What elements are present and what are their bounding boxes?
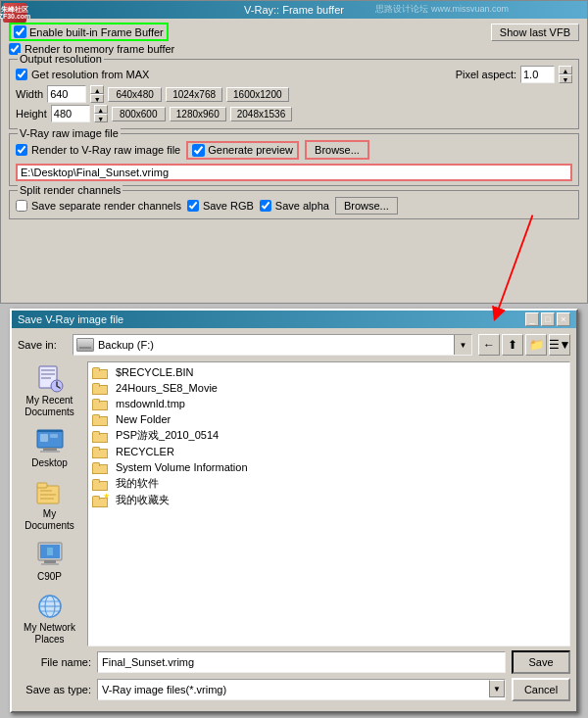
save-in-row: Save in: Backup (F:) ▼ ← ⬆ 📁 ☰▼: [18, 334, 570, 356]
dialog-title: Save V-Ray image file: [18, 313, 123, 325]
nav-computer[interactable]: C90P: [18, 538, 81, 585]
enable-fb-checkbox[interactable]: [14, 25, 26, 38]
raw-browse-button[interactable]: Browse...: [305, 140, 369, 160]
filetype-combo[interactable]: V-Ray image files(*.vrimg) ▼: [97, 679, 506, 700]
save-dialog: Save V-Ray image file _ □ × Save in: Bac…: [10, 309, 578, 713]
list-item[interactable]: ★我的收藏夹: [90, 492, 567, 508]
save-alpha-checkbox[interactable]: [260, 200, 271, 212]
save-in-arrow[interactable]: ▼: [454, 335, 471, 355]
height-spin-up[interactable]: ▲: [94, 105, 108, 114]
save-rgb-checkbox[interactable]: [187, 200, 199, 212]
title-buttons: _ □ ×: [525, 312, 570, 326]
pixel-aspect-input[interactable]: 1.0: [520, 66, 555, 83]
close-button[interactable]: ×: [557, 312, 570, 326]
nav-recent[interactable]: My RecentDocuments: [18, 361, 81, 420]
save-button[interactable]: Save: [512, 650, 570, 674]
list-item[interactable]: RECYCLER: [90, 444, 567, 459]
computer-icon: [34, 540, 66, 571]
list-item[interactable]: PSP游戏_2010_0514: [90, 427, 567, 444]
res-640x480-button[interactable]: 640x480: [108, 87, 162, 102]
res-1600x1200-button[interactable]: 1600x1200: [226, 87, 289, 102]
filetype-label: Save as type:: [18, 684, 91, 695]
file-name: 我的软件: [116, 476, 159, 491]
res-800x600-button[interactable]: 800x600: [112, 107, 166, 121]
save-separate-row: Save separate render channels: [16, 200, 181, 212]
new-folder-icon[interactable]: 📁: [525, 334, 547, 356]
list-item[interactable]: 24Hours_SE8_Movie: [90, 380, 567, 396]
nav-desktop[interactable]: Desktop: [18, 424, 81, 471]
nav-desktop-label: Desktop: [31, 457, 68, 469]
minimize-button[interactable]: _: [525, 312, 539, 326]
logo-area: 朱峰社区ZF30.com: [3, 3, 26, 23]
spin-up[interactable]: ▲: [559, 66, 572, 74]
recent-icon: [34, 363, 66, 395]
file-list[interactable]: $RECYCLE.BIN24Hours_SE8_Moviemsdownld.tm…: [87, 361, 570, 646]
svg-rect-8: [40, 451, 60, 453]
get-res-checkbox[interactable]: [16, 69, 27, 80]
svg-rect-9: [40, 434, 48, 442]
width-input[interactable]: 640: [47, 85, 86, 103]
list-item[interactable]: System Volume Information: [90, 459, 567, 475]
width-spin-up[interactable]: ▲: [90, 85, 104, 94]
svg-rect-7: [43, 448, 57, 451]
network-places-icon: [34, 591, 66, 622]
raw-path-input[interactable]: E:\Desktop\Final_Sunset.vrimg: [16, 164, 572, 181]
res-1024x768-button[interactable]: 1024x768: [166, 87, 222, 102]
height-spinner[interactable]: ▲ ▼: [94, 105, 108, 122]
list-item[interactable]: New Folder: [90, 411, 567, 427]
file-name: New Folder: [116, 413, 171, 425]
maximize-button[interactable]: □: [541, 312, 555, 326]
list-item[interactable]: $RECYCLE.BIN: [90, 364, 567, 380]
save-rgb-row: Save RGB: [187, 200, 254, 212]
view-menu-icon[interactable]: ☰▼: [549, 334, 570, 356]
file-name: $RECYCLE.BIN: [116, 366, 193, 378]
svg-rect-14: [40, 494, 56, 496]
list-item[interactable]: msdownld.tmp: [90, 396, 567, 411]
raw-image-label: V-Ray raw image file: [18, 127, 121, 139]
save-separate-checkbox[interactable]: [16, 200, 27, 212]
res-2048x1536-button[interactable]: 2048x1536: [230, 107, 293, 121]
res-1280x960-button[interactable]: 1280x960: [170, 107, 226, 121]
width-spinner[interactable]: ▲ ▼: [90, 85, 104, 103]
nav-my-documents[interactable]: My Documents: [18, 475, 81, 534]
desktop-icon: [34, 426, 66, 457]
filetype-select[interactable]: V-Ray image files(*.vrimg): [98, 680, 489, 699]
render-raw-checkbox[interactable]: [16, 144, 27, 156]
toolbar-icons: ← ⬆ 📁 ☰▼: [478, 334, 570, 356]
filetype-combo-arrow[interactable]: ▼: [489, 680, 505, 697]
pixel-aspect-spinner[interactable]: ▲ ▼: [559, 66, 572, 83]
split-browse-button[interactable]: Browse...: [335, 197, 398, 215]
render-raw-row: Render to V-Ray raw image file Generate …: [16, 140, 572, 160]
save-rgb-label: Save RGB: [203, 200, 254, 212]
width-row: Width 640 ▲ ▼ 640x480 1024x768 1600x1200: [16, 85, 572, 103]
nav-network-places[interactable]: My NetworkPlaces: [18, 589, 81, 647]
back-icon[interactable]: ←: [478, 334, 500, 356]
height-label: Height: [16, 108, 47, 120]
show-vfb-button[interactable]: Show last VFB: [491, 24, 579, 41]
get-res-label: Get resolution from MAX: [31, 69, 149, 80]
nav-my-documents-label: My Documents: [20, 508, 79, 532]
height-input[interactable]: 480: [51, 105, 90, 122]
spin-down[interactable]: ▼: [559, 74, 572, 83]
top-row: Enable built-in Frame Buffer Show last V…: [9, 23, 579, 41]
gen-preview-checkbox[interactable]: [192, 144, 205, 157]
cancel-button[interactable]: Cancel: [512, 678, 570, 701]
file-name: 我的收藏夹: [116, 493, 170, 507]
list-item[interactable]: 我的软件: [90, 475, 567, 492]
svg-rect-12: [37, 483, 47, 488]
svg-rect-10: [50, 434, 58, 438]
filename-input[interactable]: Final_Sunset.vrimg: [97, 651, 506, 673]
width-spin-down[interactable]: ▼: [90, 94, 104, 103]
file-name: RECYCLER: [116, 446, 174, 457]
nav-network-places-label: My NetworkPlaces: [24, 622, 75, 646]
render-raw-label: Render to V-Ray raw image file: [31, 144, 180, 156]
output-resolution-label: Output resolution: [18, 53, 104, 65]
save-in-combo[interactable]: Backup (F:) ▼: [73, 334, 472, 356]
height-spin-down[interactable]: ▼: [94, 114, 108, 122]
file-name: System Volume Information: [116, 461, 248, 473]
render-raw-checkbox-row: Render to V-Ray raw image file: [16, 144, 180, 156]
filetype-row: Save as type: V-Ray image files(*.vrimg)…: [18, 678, 570, 701]
up-folder-icon[interactable]: ⬆: [502, 334, 523, 356]
svg-rect-13: [40, 490, 52, 492]
save-separate-label: Save separate render channels: [31, 200, 181, 212]
